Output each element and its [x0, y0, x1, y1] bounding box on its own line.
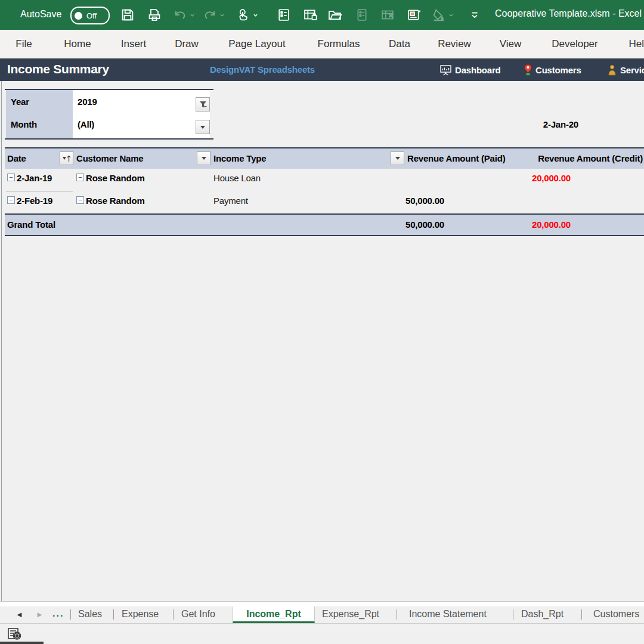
sheet-tab-income-rpt[interactable]: Income_Rpt: [233, 606, 315, 623]
grand-total-credit: 20,000.00: [481, 219, 571, 230]
collapse-date-group-button[interactable]: −: [7, 174, 15, 181]
ribbon-tab-data[interactable]: Data: [389, 38, 410, 50]
autosave-toggle-knob: [75, 12, 82, 20]
customers-pin-icon: [524, 64, 532, 76]
sheet-tab-bar: ◄ ► ... Sales Expense Get Info Income_Rp…: [0, 606, 644, 623]
redo-icon: [203, 8, 217, 22]
ribbon-tab-page-layout[interactable]: Page Layout: [228, 38, 285, 50]
ribbon-tab-draw[interactable]: Draw: [175, 38, 199, 50]
row-date-value: 2-Jan-19: [17, 173, 52, 183]
save-button[interactable]: [120, 7, 135, 23]
ribbon-tab-file[interactable]: File: [16, 38, 32, 50]
sheet-tab-expense-rpt[interactable]: Expense_Rpt: [322, 609, 379, 620]
taskbar-sliver: [0, 642, 44, 644]
form-icon: [277, 8, 291, 22]
year-filter-button[interactable]: [196, 97, 210, 112]
properties-button[interactable]: [355, 7, 369, 23]
month-filter-dropdown-button[interactable]: [196, 120, 210, 134]
collapse-customer-group-button[interactable]: −: [76, 196, 84, 204]
fill-color-dropdown-chevron: [448, 13, 454, 18]
undo-button[interactable]: [173, 7, 195, 23]
active-sheet-tab-label: Income_Rpt: [246, 609, 301, 620]
column-header-date: Date: [7, 153, 26, 163]
ribbon-tab-home[interactable]: Home: [64, 38, 91, 50]
print-preview-icon: [147, 8, 162, 22]
lock-cell-button[interactable]: [303, 7, 318, 23]
nav-services-label: Services: [620, 65, 644, 75]
tab-divider: [397, 609, 397, 620]
collapse-date-group-button[interactable]: −: [7, 196, 15, 204]
ribbon-tab-developer[interactable]: Developer: [552, 38, 598, 50]
filter-arrow-icon: [63, 157, 66, 160]
nav-dashboard-link[interactable]: Dashboard: [439, 63, 501, 77]
report-date: 2-Jan-20: [507, 119, 578, 129]
customer-filter-dropdown-button[interactable]: [197, 151, 210, 165]
worksheet-left-border: [1, 81, 2, 601]
ribbon-tab-formulas[interactable]: Formulas: [318, 38, 360, 50]
income-type-filter-dropdown-button[interactable]: [391, 151, 404, 165]
ribbon-tab-bar: File Home Insert Draw Page Layout Formul…: [0, 30, 644, 58]
sheet-tab-get-info[interactable]: Get Info: [181, 609, 215, 620]
column-header-income-type: Income Type: [213, 153, 266, 163]
delete-table-button[interactable]: [380, 7, 395, 23]
sheet-tab-customers[interactable]: Customers: [593, 609, 639, 620]
column-header-paid: Revenue Amount (Paid): [407, 153, 505, 163]
grand-total-bottom-border: [5, 235, 644, 236]
sheet-tab-expense[interactable]: Expense: [122, 609, 159, 620]
save-icon: [120, 8, 135, 22]
dropdown-arrow-icon: [395, 157, 400, 160]
dashboard-icon: [439, 64, 452, 76]
services-icon: [607, 64, 617, 76]
sheet-nav-right-arrow[interactable]: ►: [36, 610, 44, 619]
touch-mouse-mode-button[interactable]: [236, 7, 258, 23]
camera-workbook-button[interactable]: [406, 7, 422, 23]
autosave-label: AutoSave: [20, 9, 61, 20]
collapse-customer-group-button[interactable]: −: [76, 174, 84, 181]
sheet-tab-income-statement[interactable]: Income Statement: [409, 609, 487, 620]
ribbon-tab-help[interactable]: Help: [629, 38, 644, 50]
print-preview-button[interactable]: [147, 7, 162, 23]
grand-total-paid: 50,000.00: [355, 219, 444, 230]
redo-button[interactable]: [203, 7, 225, 23]
form-button[interactable]: [277, 7, 291, 23]
sheet-nav-left-arrow[interactable]: ◄: [16, 610, 23, 619]
ribbon-tab-review[interactable]: Review: [438, 38, 471, 50]
checklist-icon: [355, 8, 369, 22]
ribbon-tab-view[interactable]: View: [500, 38, 522, 50]
sheet-tabs-overflow[interactable]: ...: [52, 608, 64, 619]
date-sort-filter-button[interactable]: [60, 151, 73, 165]
tab-divider: [513, 609, 513, 620]
sheet-tab-sales[interactable]: Sales: [78, 609, 102, 620]
undo-dropdown-chevron: [190, 13, 195, 18]
nav-customers-link[interactable]: Customers: [524, 63, 581, 77]
customize-toolbar-chevron-icon: [470, 11, 479, 19]
macro-record-button[interactable]: [7, 627, 23, 643]
touch-mode-dropdown-chevron: [253, 13, 258, 18]
nav-customers-label: Customers: [535, 65, 581, 75]
tab-divider: [113, 609, 114, 620]
row-income-type-value: House Loan: [213, 173, 261, 183]
year-filter-label: Year: [11, 97, 29, 107]
funnel-filter-icon: [199, 101, 207, 109]
redo-dropdown-chevron: [219, 13, 225, 18]
status-bar: [0, 623, 644, 644]
row-customer-value: Rose Random: [86, 173, 145, 183]
fill-color-button[interactable]: [432, 7, 454, 23]
tab-divider: [70, 609, 71, 620]
customize-quick-access-toolbar-button[interactable]: [470, 7, 479, 23]
ribbon-tab-insert[interactable]: Insert: [121, 38, 147, 50]
sheet-tab-dash-rpt[interactable]: Dash_Rpt: [521, 609, 564, 620]
fill-color-icon: [432, 8, 446, 22]
tab-divider: [581, 609, 582, 620]
month-filter-label: Month: [11, 119, 37, 129]
column-header-credit: Revenue Amount (Credit): [512, 153, 643, 163]
open-file-button[interactable]: [327, 7, 343, 23]
autosave-state: Off: [86, 11, 97, 20]
row-date-value: 2-Feb-19: [17, 196, 52, 206]
dropdown-arrow-icon: [200, 126, 205, 129]
macro-record-icon: [7, 627, 23, 641]
worksheet-area: Year 2019 Month (All) 2-Jan-20 Date Cust…: [0, 81, 644, 601]
horizontal-scrollbar-strip[interactable]: [0, 601, 644, 606]
nav-services-link[interactable]: Services: [607, 63, 644, 77]
autosave-toggle[interactable]: Off: [70, 7, 110, 24]
